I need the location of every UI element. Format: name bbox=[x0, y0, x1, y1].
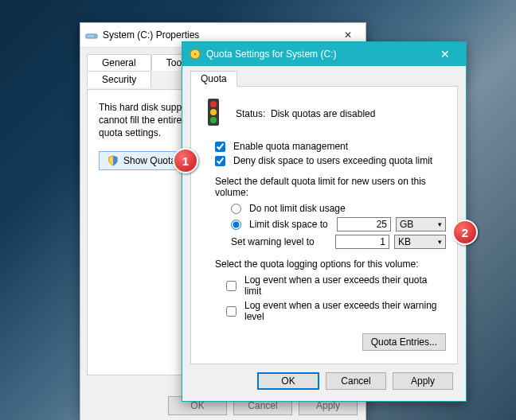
quota-ok-button[interactable]: OK bbox=[257, 372, 319, 390]
log-warn-checkbox[interactable] bbox=[226, 306, 236, 317]
svg-point-7 bbox=[210, 117, 217, 123]
disk-icon bbox=[189, 48, 201, 60]
logging-section-label: Select the quota logging options for thi… bbox=[215, 259, 446, 270]
warn-unit-dropdown[interactable]: KB ▾ bbox=[394, 235, 446, 249]
deny-space-label: Deny disk space to users exceeding quota… bbox=[233, 155, 432, 166]
quota-close-button[interactable]: ✕ bbox=[431, 48, 459, 60]
quota-title: Quota Settings for System (C:) bbox=[206, 49, 431, 60]
svg-point-3 bbox=[194, 53, 197, 56]
no-limit-label: Do not limit disk usage bbox=[249, 203, 346, 214]
warn-label: Set warning level to bbox=[231, 236, 330, 247]
limit-value-input[interactable] bbox=[337, 217, 391, 231]
no-limit-radio[interactable] bbox=[231, 204, 241, 214]
quota-apply-button[interactable]: Apply bbox=[393, 372, 453, 390]
traffic-light-icon bbox=[202, 98, 225, 130]
default-limit-section-label: Select the default quota limit for new u… bbox=[215, 176, 446, 198]
status-text: Status: Disk quotas are disabled bbox=[236, 108, 375, 119]
limit-radio[interactable] bbox=[231, 220, 241, 230]
properties-title: System (C:) Properties bbox=[103, 29, 335, 41]
warn-value-input[interactable] bbox=[335, 235, 389, 249]
annotation-badge-2: 2 bbox=[452, 220, 478, 245]
limit-label: Limit disk space to bbox=[249, 219, 332, 230]
quota-cancel-button[interactable]: Cancel bbox=[326, 372, 386, 390]
quota-entries-button[interactable]: Quota Entries... bbox=[362, 333, 446, 351]
tab-quota[interactable]: Quota bbox=[190, 71, 237, 87]
enable-quota-label: Enable quota management bbox=[233, 141, 348, 152]
svg-point-1 bbox=[95, 36, 96, 37]
quota-button-row: OK Cancel Apply bbox=[190, 364, 458, 393]
shield-icon bbox=[108, 155, 119, 166]
chevron-down-icon: ▾ bbox=[438, 238, 442, 246]
svg-point-5 bbox=[210, 101, 217, 107]
log-limit-checkbox[interactable] bbox=[226, 281, 236, 291]
drive-icon bbox=[85, 29, 98, 41]
properties-close-button[interactable]: ✕ bbox=[335, 29, 361, 41]
quota-panel: Status: Disk quotas are disabled Enable … bbox=[190, 86, 458, 364]
svg-point-6 bbox=[210, 109, 217, 115]
log-warn-label: Log event when a user exceeds their warn… bbox=[244, 300, 446, 322]
tab-general[interactable]: General bbox=[87, 54, 151, 71]
quota-settings-window: Quota Settings for System (C:) ✕ Quota S… bbox=[182, 41, 467, 402]
enable-quota-checkbox[interactable] bbox=[215, 142, 225, 152]
log-limit-label: Log event when a user exceeds their quot… bbox=[244, 274, 446, 297]
quota-titlebar[interactable]: Quota Settings for System (C:) ✕ bbox=[182, 42, 466, 66]
chevron-down-icon: ▾ bbox=[438, 220, 442, 228]
annotation-badge-1: 1 bbox=[173, 148, 198, 173]
limit-unit-dropdown[interactable]: GB ▾ bbox=[396, 217, 446, 231]
tab-security[interactable]: Security bbox=[87, 71, 151, 88]
deny-space-checkbox[interactable] bbox=[215, 156, 225, 166]
